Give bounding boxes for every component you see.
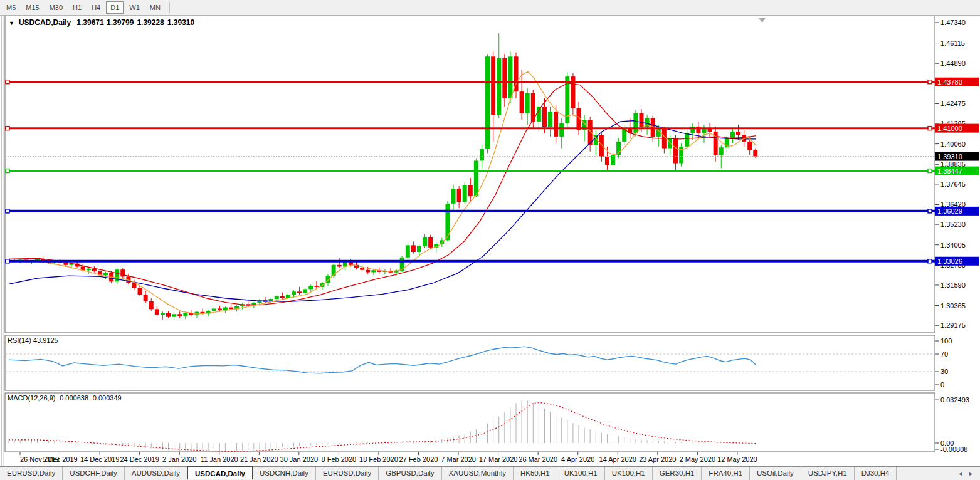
candle-body (87, 269, 91, 271)
candle-body (548, 112, 552, 127)
timeframe-button-m15[interactable]: M15 (21, 1, 43, 14)
tab-usdchf-daily-1[interactable]: USDCHF,Daily (63, 467, 124, 480)
level-line-handle[interactable] (928, 80, 932, 84)
candle-body (308, 286, 313, 289)
tab-ger30-h1-11[interactable]: GER30,H1 (653, 467, 702, 480)
candle-body (314, 286, 319, 287)
chart-title: ▼USDCAD,Daily1.396711.397991.392281.3931… (9, 18, 194, 27)
candle-body (417, 246, 421, 252)
candle-body (747, 142, 752, 150)
tab-uk100-h1-9[interactable]: UK100,H1 (557, 467, 605, 480)
price-tick-label: 1.44890 (940, 60, 966, 67)
level-line-handle[interactable] (6, 127, 9, 130)
candle-body (468, 185, 473, 196)
symbol-tab-bar: EURUSD,DailyUSDCHF,DailyAUDUSD,DailyUSDC… (0, 466, 980, 480)
candle-body (451, 189, 456, 204)
price-tick-label: 1.30365 (940, 302, 966, 310)
candle-body (599, 135, 604, 157)
level-line-handle[interactable] (6, 209, 9, 213)
tab-usoil-daily-13[interactable]: USOil,Daily (750, 467, 801, 480)
timeframe-toolbar: M5M15M30H1H4D1W1MN (0, 0, 980, 16)
candle-body (394, 271, 399, 273)
tab-audusd-daily-2[interactable]: AUDUSD,Daily (125, 467, 187, 480)
tab-fra40-h1-12[interactable]: FRA40,H1 (702, 467, 750, 480)
tab-eurusd-daily-5[interactable]: EURUSD,Daily (316, 467, 379, 480)
timeframe-button-h4[interactable]: H4 (87, 1, 105, 14)
price-tick-label: 1.42475 (940, 100, 966, 107)
timeframe-button-m30[interactable]: M30 (45, 1, 67, 14)
level-line-handle[interactable] (928, 259, 932, 263)
timeframe-button-w1[interactable]: W1 (125, 1, 144, 14)
candle-body (428, 237, 433, 248)
candle-body (103, 273, 108, 276)
price-tag-label: 1.36029 (937, 207, 962, 215)
level-line-handle[interactable] (928, 127, 932, 130)
price-tick-label: 1.47340 (940, 19, 966, 26)
tab-usdcnh-daily-4[interactable]: USDCNH,Daily (253, 467, 316, 480)
candle-body (132, 283, 136, 288)
level-line-handle[interactable] (928, 209, 932, 213)
candle-body (275, 296, 279, 299)
tab-gbpusd-daily-6[interactable]: GBPUSD,Daily (379, 467, 441, 480)
price-tag-label: 1.38447 (937, 167, 962, 175)
symbol-dropdown-icon[interactable]: ▼ (9, 20, 14, 26)
date-label: 7 Mar 2020 (441, 456, 476, 463)
candle-body (605, 157, 609, 165)
price-tick-label: 1.46115 (940, 39, 965, 47)
date-label: 17 Mar 2020 (479, 456, 518, 463)
candle-body (229, 308, 233, 310)
tab-uk100-h1-10[interactable]: UK100,H1 (605, 467, 653, 480)
candle-body (559, 123, 564, 137)
title-open: 1.39671 (76, 18, 104, 27)
date-label: 18 Feb 2020 (359, 456, 398, 463)
candle-body (161, 313, 165, 315)
tab-hk50-h1-8[interactable]: HK50,H1 (514, 467, 557, 480)
price-tick-label: 1.40060 (940, 140, 966, 148)
timeframe-button-h1[interactable]: H1 (68, 1, 86, 14)
chart-canvas[interactable]: 1.473401.461151.448901.424751.412851.400… (0, 16, 980, 466)
candle-body (177, 314, 182, 316)
date-label: 21 Jan 2020 (240, 456, 278, 463)
date-label: 5 Dec 2019 (42, 456, 77, 463)
timeframe-button-d1[interactable]: D1 (106, 1, 124, 14)
date-label: 24 Dec 2019 (120, 456, 159, 463)
tab-scroll-right-icon[interactable]: ► (968, 471, 974, 477)
level-line-handle[interactable] (6, 80, 9, 84)
date-label: 14 Dec 2019 (80, 456, 119, 463)
main-price-panel[interactable] (5, 16, 935, 333)
tab-xauusd-monthly-7[interactable]: XAUUSD,Monthly (442, 467, 514, 480)
candle-body (485, 56, 490, 149)
level-line-handle[interactable] (6, 259, 9, 263)
candle-body (280, 296, 285, 298)
tab-usdcad-daily-3[interactable]: USDCAD,Daily (187, 466, 253, 479)
tab-eurusd-daily-0[interactable]: EURUSD,Daily (0, 467, 63, 480)
level-line-handle[interactable] (928, 169, 932, 173)
candle-body (292, 291, 296, 295)
title-symbol: USDCAD,Daily (19, 18, 71, 27)
title-close: 1.39310 (167, 18, 195, 27)
macd-panel[interactable] (5, 393, 935, 452)
candle-body (223, 308, 228, 311)
price-tick-label: 1.34005 (940, 241, 966, 249)
tab-dj30-h4-15[interactable]: DJ30,H4 (855, 467, 897, 480)
candle-body (542, 107, 547, 127)
level-line-handle[interactable] (6, 169, 9, 173)
candle-body (668, 138, 672, 149)
date-label: 11 Jan 2020 (201, 456, 238, 463)
price-tag-label: 1.33026 (937, 258, 962, 265)
chart-window[interactable]: 1.473401.461151.448901.424751.412851.400… (0, 16, 980, 466)
timeframe-button-m5[interactable]: M5 (2, 1, 20, 14)
candle-body (633, 113, 638, 133)
tab-scroll-left-icon[interactable]: ◄ (957, 471, 963, 477)
timeframe-button-mn[interactable]: MN (145, 1, 165, 14)
rsi-panel[interactable] (5, 335, 935, 390)
date-label: 27 Feb 2020 (399, 456, 438, 463)
date-label: 4 Apr 2020 (561, 456, 594, 463)
candle-body (172, 314, 176, 317)
candle-body (508, 56, 512, 98)
title-low: 1.39228 (137, 18, 164, 27)
candle-body (639, 113, 643, 127)
rsi-tick-label: 30 (940, 368, 948, 375)
macd-title: MACD(12,26,9) -0.000638 -0.000349 (8, 394, 122, 402)
tab-usdjpy-h1-14[interactable]: USDJPY,H1 (801, 467, 855, 480)
